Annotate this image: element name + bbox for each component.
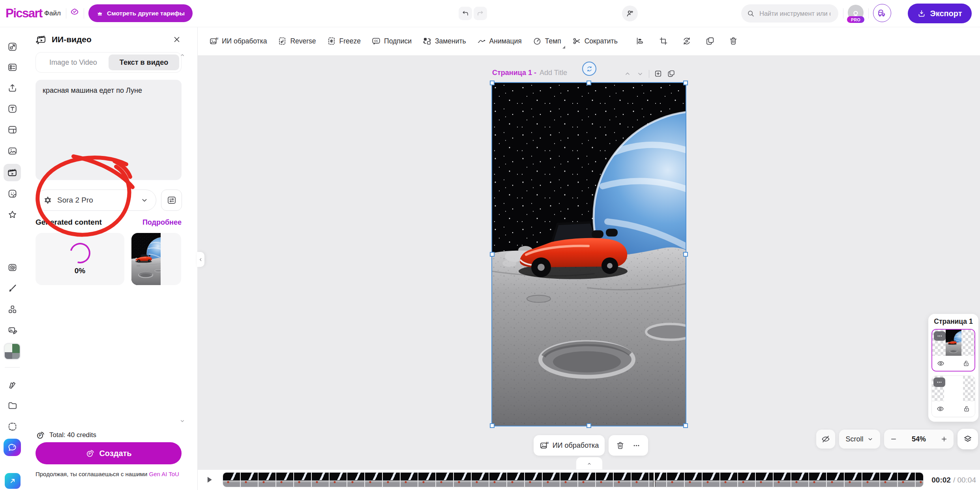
cloud-sync-button[interactable] [69,7,80,17]
toolbar-captions[interactable]: Подписи [371,36,412,46]
move-page-up-icon[interactable] [624,70,631,78]
sidebar-item-folder[interactable] [4,397,21,414]
page-label[interactable]: Страница 1 - [492,69,536,77]
align-button[interactable] [634,35,646,47]
selection-handle-top-center[interactable] [587,81,591,85]
sidebar-item-project-thumbnail[interactable] [4,343,21,360]
selection-handle-top-right[interactable] [683,81,688,85]
model-selector[interactable]: Sora 2 Pro [36,190,156,211]
sidebar-item-uploads[interactable] [4,79,21,96]
unlock-icon[interactable] [962,359,970,367]
page-title-placeholder[interactable]: Add Title [540,69,567,77]
toolbar-freeze[interactable]: Freeze [327,36,361,46]
generation-settings-button[interactable] [161,190,182,211]
timeline-collapse-tab[interactable] [576,457,602,470]
crop-button[interactable] [657,35,670,47]
generation-progress-card[interactable]: 0% [36,233,124,285]
toolbar-reverse[interactable]: Reverse [277,36,316,46]
visibility-eye-icon[interactable] [936,405,944,413]
panel-close-button[interactable] [171,34,182,45]
delete-button[interactable] [727,35,740,47]
chevron-down-icon [867,436,874,443]
rotate-handle[interactable] [582,62,596,76]
selection-handle-bottom-center[interactable] [587,423,591,428]
sidebar-item-text[interactable] [4,100,21,117]
tab-text-to-video[interactable]: Текст в видео [109,54,179,70]
sidebar-item-favorites[interactable] [4,206,21,223]
flip-rotate-button[interactable] [680,35,693,47]
move-page-down-icon[interactable] [636,70,644,78]
ai-image-icon [209,36,219,46]
sidebar-item-colors[interactable] [4,375,21,393]
search-icon [747,9,755,17]
toolbar-replace[interactable]: Заменить [422,36,466,46]
redo-button[interactable] [474,7,487,20]
undo-icon [461,9,469,17]
selection-handle-top-left[interactable] [490,81,495,85]
layer-item-video[interactable] [931,329,975,372]
play-button[interactable] [202,473,216,487]
toolbar-animation[interactable]: Анимация [477,36,522,46]
hide-ui-button[interactable] [816,430,835,449]
sidebar-item-stickers[interactable] [4,185,21,202]
zoom-in-icon[interactable] [940,435,948,443]
add-page-icon[interactable] [654,69,662,78]
invite-collaborators-button[interactable] [622,6,638,21]
gen-ai-tou-link[interactable]: Gen AI ToU [149,471,179,477]
selected-video-clip[interactable] [492,83,686,426]
video-toolbar: ИИ обработка Reverse Freeze Подписи Заме… [197,27,980,55]
sidebar-item-video[interactable] [4,164,21,181]
panel-collapse-handle[interactable] [197,252,204,267]
selection-handle-bottom-left[interactable] [490,423,495,428]
sidebar-item-photo-edit[interactable] [4,322,21,339]
more-options-icon[interactable] [632,441,641,450]
duplicate-page-icon[interactable] [667,69,675,78]
prompt-input[interactable]: красная машина едет по Луне [36,80,182,180]
credits-coin-icon [36,430,45,440]
upgrade-plans-button[interactable]: Смотреть другие тарифы [88,4,193,22]
sidebar-item-photos[interactable] [4,142,21,160]
sidebar-item-layout[interactable] [4,121,21,138]
layers-toggle-button[interactable] [958,429,978,449]
ai-assistant-button[interactable] [4,439,21,456]
generated-video-thumbnail[interactable] [131,233,181,285]
search-bar[interactable] [741,4,838,23]
toolbar-tempo[interactable]: Темп [532,36,561,46]
sidebar-item-resize[interactable] [4,38,21,55]
prompt-text: красная машина едет по Луне [43,86,142,94]
tab-image-to-video[interactable]: Image to Video [38,54,109,70]
unlock-icon[interactable] [963,405,971,413]
layer-item-background[interactable] [931,375,975,417]
duplicate-button[interactable] [704,35,716,47]
view-mode-dropdown[interactable]: Scroll [839,430,880,449]
trash-icon[interactable] [616,441,625,450]
toolbar-trim[interactable]: Сократить [572,36,618,46]
picsart-logo[interactable]: Picsart [6,0,42,27]
sidebar-item-selection[interactable] [4,418,21,435]
timeline-playhead[interactable] [653,473,655,487]
sidebar-item-draw[interactable] [4,280,21,297]
zoom-out-icon[interactable] [890,435,898,443]
toolbar-ai-edit[interactable]: ИИ обработка [209,36,267,46]
search-input[interactable] [759,9,831,18]
file-menu[interactable]: Файл [44,0,61,27]
merch-print-button[interactable] [873,4,891,22]
selection-handle-mid-right[interactable] [683,252,688,257]
sidebar-item-background[interactable] [4,259,21,276]
layer-menu-button[interactable] [934,331,946,341]
visibility-eye-icon[interactable] [937,359,945,368]
selection-handle-bottom-right[interactable] [683,423,688,428]
panel-scroll-down[interactable] [179,418,186,424]
sidebar-item-templates[interactable] [4,58,21,76]
export-button[interactable]: Экспорт [908,4,972,23]
selection-handle-mid-left[interactable] [490,252,495,257]
layer-menu-button[interactable] [933,377,945,387]
sidebar-item-elements[interactable] [4,300,21,318]
share-shortcut-button[interactable] [5,473,21,489]
align-icon [635,36,645,46]
undo-button[interactable] [459,7,472,20]
clip-ai-edit-button[interactable]: ИИ обработка [534,435,605,456]
timeline-filmstrip[interactable] [223,472,924,487]
details-link[interactable]: Подробнее [142,218,182,227]
create-button[interactable]: Создать [36,442,182,464]
